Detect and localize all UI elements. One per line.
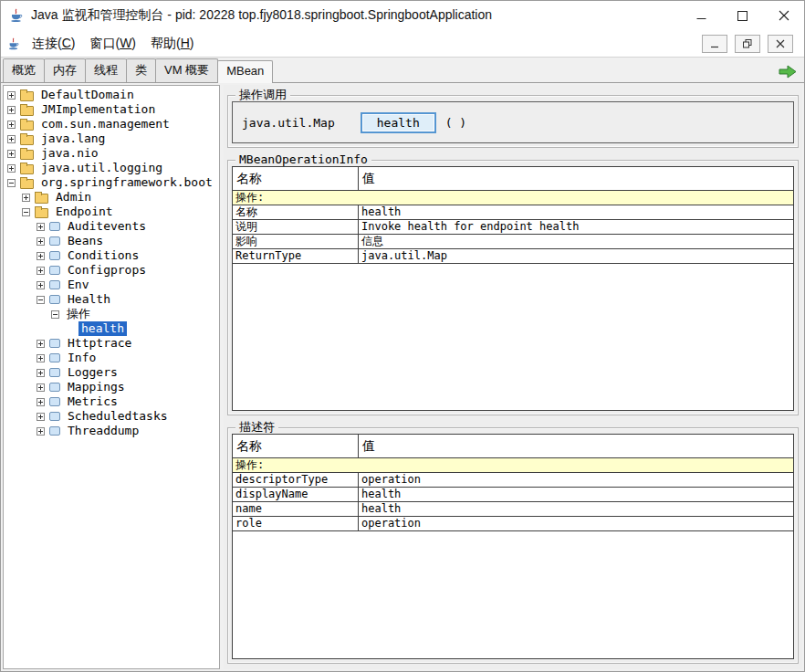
tree-label: Conditions: [65, 248, 141, 263]
tree-expander-plus-icon[interactable]: [7, 164, 16, 173]
tree-expander-minus-icon[interactable]: [37, 296, 45, 304]
mbean-icon: [49, 236, 60, 246]
tree-item[interactable]: Info: [4, 351, 219, 365]
mdi-minimize-button[interactable]: [702, 35, 727, 53]
tab-bar: 概览内存线程类VM 概要MBean: [1, 58, 804, 83]
tree-item[interactable]: Httptrace: [4, 336, 219, 351]
column-header[interactable]: 值: [359, 167, 793, 190]
table-row[interactable]: ReturnTypejava.util.Map: [233, 249, 793, 264]
tree-expander-plus-icon[interactable]: [37, 267, 45, 275]
tree-label: Endpoint: [53, 205, 116, 219]
tree-expander-plus-icon[interactable]: [37, 252, 45, 260]
tree-item[interactable]: Mappings: [4, 380, 219, 394]
tree-item[interactable]: Loggers: [4, 365, 219, 380]
tree-item[interactable]: com.sun.management: [4, 117, 219, 131]
tree-item[interactable]: Conditions: [4, 248, 219, 263]
mdi-close-button[interactable]: [768, 35, 793, 53]
tree-expander-plus-icon[interactable]: [7, 91, 16, 100]
folder-icon: [20, 106, 34, 116]
tree-expander-plus-icon[interactable]: [37, 340, 45, 348]
tree-item[interactable]: Admin: [4, 190, 219, 205]
tree-expander-plus-icon[interactable]: [37, 223, 45, 231]
tree-item[interactable]: Configprops: [4, 263, 219, 278]
maximize-button[interactable]: [722, 1, 763, 30]
tree-expander-plus-icon[interactable]: [37, 354, 45, 362]
invoke-health-button[interactable]: health: [361, 112, 436, 133]
minimize-button[interactable]: [681, 1, 722, 30]
tree-item[interactable]: Endpoint: [4, 205, 219, 219]
tab-mbean[interactable]: MBean: [217, 60, 273, 83]
tree-expander-plus-icon[interactable]: [7, 135, 16, 143]
tree-item[interactable]: JMImplementation: [4, 102, 219, 117]
tab-threads[interactable]: 线程: [85, 58, 127, 82]
tree-label: java.lang: [38, 131, 108, 146]
tree-expander-plus-icon[interactable]: [37, 237, 45, 246]
tree-item[interactable]: DefaultDomain: [4, 88, 219, 102]
tree-item[interactable]: Metrics: [4, 394, 219, 409]
tree-item[interactable]: java.util.logging: [4, 161, 219, 175]
mdi-restore-button[interactable]: [735, 35, 760, 53]
mbean-icon: [49, 295, 60, 304]
table-row[interactable]: displayNamehealth: [233, 488, 793, 502]
menu-item-window[interactable]: 窗口(W): [82, 32, 143, 56]
menu-item-help[interactable]: 帮助(H): [143, 32, 201, 56]
tab-vm-summary[interactable]: VM 概要: [155, 58, 218, 82]
tree-expander-plus-icon[interactable]: [37, 413, 45, 421]
table-row[interactable]: namehealth: [233, 502, 793, 517]
tree-expander-plus-icon[interactable]: [37, 369, 45, 377]
column-header[interactable]: 值: [359, 435, 793, 457]
jconsole-window: Java 监视和管理控制台 - pid: 20228 top.fjy8018.s…: [0, 0, 805, 672]
tree-expander-plus-icon[interactable]: [7, 150, 16, 158]
tree-expander-minus-icon[interactable]: [22, 208, 30, 216]
tree-expander-plus-icon[interactable]: [7, 106, 16, 114]
tree-item[interactable]: org.springframework.boot: [4, 175, 219, 190]
column-header[interactable]: 名称: [233, 167, 359, 190]
operation-invocation-group: 操作调用 java.util.Map health ( ): [227, 95, 799, 148]
close-button[interactable]: [763, 1, 804, 30]
menubar: 连接(C)窗口(W)帮助(H): [1, 30, 804, 58]
table-row[interactable]: roleoperation: [233, 517, 793, 531]
tab-list: 概览内存线程类VM 概要MBean: [3, 58, 272, 82]
tree-item[interactable]: Auditevents: [4, 219, 219, 234]
group-title-operation-invocation: 操作调用: [235, 88, 290, 101]
tab-overview[interactable]: 概览: [3, 58, 45, 82]
tree-label: JMImplementation: [38, 102, 158, 117]
table-row[interactable]: 名称health: [233, 205, 793, 220]
table-row[interactable]: 说明Invoke health for endpoint health: [233, 220, 793, 235]
tree-item[interactable]: Env: [4, 278, 219, 292]
tab-classes[interactable]: 类: [126, 58, 156, 82]
tree-expander-plus-icon[interactable]: [37, 427, 45, 436]
tree-expander-plus-icon[interactable]: [37, 281, 45, 289]
mbean-icon: [49, 426, 60, 436]
table-row[interactable]: 影响信息: [233, 235, 793, 249]
tree-item[interactable]: java.lang: [4, 131, 219, 146]
tree-expander-plus-icon[interactable]: [22, 194, 30, 202]
tree-expander-plus-icon[interactable]: [37, 398, 45, 406]
tree-item[interactable]: Health: [4, 292, 219, 307]
table-cell: health: [359, 205, 793, 219]
tree-item[interactable]: java.nio: [4, 146, 219, 161]
tree-expander-plus-icon[interactable]: [7, 121, 16, 129]
tree-item[interactable]: Threaddump: [4, 424, 219, 438]
menu-items: 连接(C)窗口(W)帮助(H): [25, 32, 202, 56]
table-empty-area: [233, 264, 793, 410]
tree-expander-minus-icon[interactable]: [7, 179, 16, 187]
tree-expander-plus-icon[interactable]: [37, 383, 45, 392]
tree-item[interactable]: Scheduledtasks: [4, 409, 219, 424]
tree-item[interactable]: health: [4, 321, 219, 336]
tree-label: com.sun.management: [38, 117, 172, 131]
table-empty-area: [233, 531, 793, 658]
table-cell: java.util.Map: [359, 249, 793, 263]
tree-item[interactable]: Beans: [4, 234, 219, 248]
folder-icon: [20, 179, 34, 189]
table-row[interactable]: descriptorTypeoperation: [233, 473, 793, 488]
tree-expander-minus-icon[interactable]: [51, 310, 59, 319]
tree-label: Httptrace: [65, 336, 134, 351]
table-cell: 说明: [233, 220, 359, 234]
menu-item-connection[interactable]: 连接(C): [25, 32, 82, 56]
tree-label: DefaultDomain: [38, 88, 137, 102]
tree-item[interactable]: 操作: [4, 307, 219, 321]
tab-memory[interactable]: 内存: [44, 58, 86, 82]
tree-label: health: [78, 321, 127, 336]
column-header[interactable]: 名称: [233, 435, 359, 457]
